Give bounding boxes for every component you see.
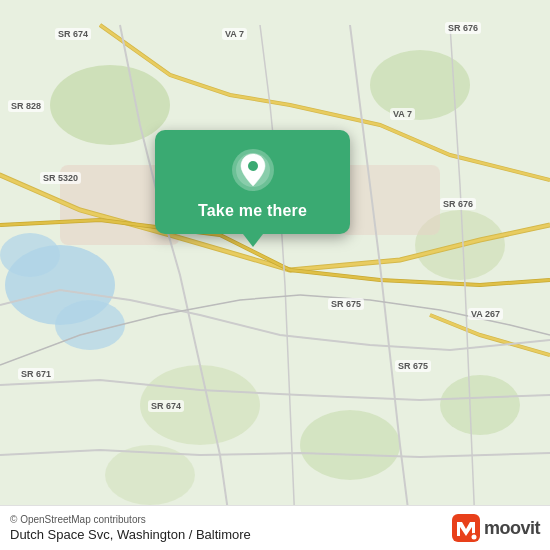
svg-point-9 bbox=[300, 410, 400, 480]
location-pin-icon bbox=[231, 148, 275, 192]
svg-point-2 bbox=[0, 233, 60, 277]
road-label-sr675-bot: SR 675 bbox=[395, 360, 431, 372]
svg-point-4 bbox=[50, 65, 170, 145]
moovit-logo: moovit bbox=[452, 514, 540, 542]
svg-rect-12 bbox=[340, 165, 440, 235]
road-label-sr674-bot: SR 674 bbox=[148, 400, 184, 412]
bottom-bar: © OpenStreetMap contributors Dutch Space… bbox=[0, 505, 550, 550]
svg-point-18 bbox=[471, 535, 476, 540]
location-name: Dutch Space Svc, Washington / Baltimore bbox=[10, 527, 251, 542]
bottom-left-info: © OpenStreetMap contributors Dutch Space… bbox=[10, 514, 251, 542]
road-label-sr828: SR 828 bbox=[8, 100, 44, 112]
take-me-there-label: Take me there bbox=[198, 202, 307, 220]
road-label-sr675-mid: SR 675 bbox=[328, 298, 364, 310]
road-label-sr671: SR 671 bbox=[18, 368, 54, 380]
osm-credit: © OpenStreetMap contributors bbox=[10, 514, 251, 525]
svg-point-3 bbox=[55, 300, 125, 350]
map-svg bbox=[0, 0, 550, 550]
road-label-va7-top: VA 7 bbox=[222, 28, 247, 40]
svg-point-7 bbox=[440, 375, 520, 435]
road-label-sr676-top: SR 676 bbox=[445, 22, 481, 34]
road-label-sr5320: SR 5320 bbox=[40, 172, 81, 184]
take-me-there-popup[interactable]: Take me there bbox=[155, 130, 350, 234]
moovit-m-icon bbox=[452, 514, 480, 542]
moovit-text: moovit bbox=[484, 518, 540, 539]
road-label-sr674-top: SR 674 bbox=[55, 28, 91, 40]
road-label-va267: VA 267 bbox=[468, 308, 503, 320]
road-label-sr676-mid: SR 676 bbox=[440, 198, 476, 210]
svg-point-15 bbox=[248, 161, 258, 171]
road-label-va7-right: VA 7 bbox=[390, 108, 415, 120]
map-container: VA 7 VA 7 SR 676 SR 676 SR 674 SR 828 SR… bbox=[0, 0, 550, 550]
